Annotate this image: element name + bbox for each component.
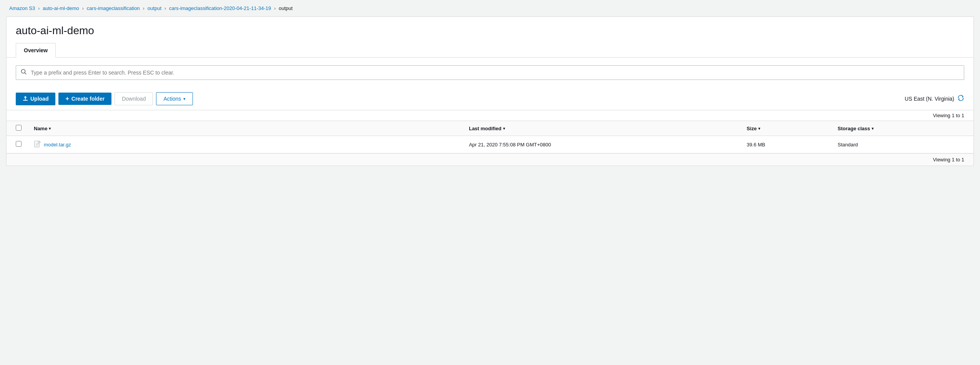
svg-rect-3 xyxy=(35,141,39,147)
create-folder-label: Create folder xyxy=(71,96,105,102)
svg-line-1 xyxy=(25,73,27,75)
breadcrumb-separator-4: › xyxy=(164,6,166,11)
size-column-header[interactable]: Size ▾ xyxy=(741,121,832,136)
last-modified-header-label: Last modified xyxy=(469,126,502,131)
region-info: US East (N. Virginia) xyxy=(905,95,964,103)
main-content: auto-ai-ml-demo Overview xyxy=(6,17,974,166)
viewing-info-bottom: Viewing 1 to 1 xyxy=(7,153,973,166)
plus-icon: + xyxy=(65,96,69,102)
select-all-header xyxy=(7,121,28,136)
actions-label: Actions xyxy=(163,96,181,102)
storage-class-header-label: Storage class xyxy=(838,126,870,131)
breadcrumb-separator-2: › xyxy=(82,6,84,11)
svg-rect-2 xyxy=(23,100,28,101)
search-area xyxy=(7,58,973,88)
last-modified-cell: Apr 21, 2020 7:55:08 PM GMT+0800 xyxy=(463,136,741,153)
search-box xyxy=(16,65,964,80)
storage-class-column-header[interactable]: Storage class ▾ xyxy=(832,121,973,136)
viewing-info-top: Viewing 1 to 1 xyxy=(7,110,973,121)
row-checkbox[interactable] xyxy=(16,141,22,147)
breadcrumb-item-s3[interactable]: Amazon S3 xyxy=(9,5,35,11)
table-row: model.tar.gz Apr 21, 2020 7:55:08 PM GMT… xyxy=(7,136,973,153)
last-modified-sort-arrow: ▾ xyxy=(503,126,505,131)
size-header-label: Size xyxy=(747,126,757,131)
table-container: Viewing 1 to 1 Name ▾ xyxy=(7,110,973,166)
breadcrumb-item-job[interactable]: cars-imageclassification-2020-04-21-11-3… xyxy=(169,5,271,11)
upload-label: Upload xyxy=(30,96,48,102)
download-button[interactable]: Download xyxy=(115,92,153,105)
breadcrumb-current: output xyxy=(279,5,292,11)
page-container: Amazon S3 › auto-ai-ml-demo › cars-image… xyxy=(0,0,980,365)
region-label: US East (N. Virginia) xyxy=(905,96,954,102)
row-checkbox-cell xyxy=(7,136,28,153)
download-label: Download xyxy=(122,96,146,102)
size-sort-arrow: ▾ xyxy=(758,126,760,131)
page-title-area: auto-ai-ml-demo xyxy=(7,17,973,37)
file-icon xyxy=(34,141,42,148)
breadcrumb-item-output[interactable]: output xyxy=(148,5,161,11)
storage-class-sort-arrow: ▾ xyxy=(872,126,874,131)
actions-button[interactable]: Actions ▾ xyxy=(156,92,193,105)
page-title: auto-ai-ml-demo xyxy=(16,25,964,37)
breadcrumb-separator-5: › xyxy=(274,6,276,11)
breadcrumb: Amazon S3 › auto-ai-ml-demo › cars-image… xyxy=(0,0,980,17)
tab-overview[interactable]: Overview xyxy=(16,43,56,58)
name-sort-arrow: ▾ xyxy=(49,126,51,131)
select-all-checkbox[interactable] xyxy=(16,125,22,131)
search-icon xyxy=(21,69,27,76)
last-modified-column-header[interactable]: Last modified ▾ xyxy=(463,121,741,136)
refresh-icon[interactable] xyxy=(957,95,964,103)
breadcrumb-item-cars[interactable]: cars-imageclassification xyxy=(87,5,140,11)
files-table: Name ▾ Last modified ▾ S xyxy=(7,121,973,153)
file-name-cell: model.tar.gz xyxy=(28,136,463,153)
table-header-row: Name ▾ Last modified ▾ S xyxy=(7,121,973,136)
toolbar: Upload + Create folder Download Actions … xyxy=(7,88,973,110)
upload-icon xyxy=(23,96,28,102)
chevron-down-icon: ▾ xyxy=(183,96,186,101)
upload-button[interactable]: Upload xyxy=(16,93,55,105)
name-header-label: Name xyxy=(34,126,47,131)
name-column-header[interactable]: Name ▾ xyxy=(28,121,463,136)
breadcrumb-item-demo[interactable]: auto-ai-ml-demo xyxy=(43,5,79,11)
storage-class-cell: Standard xyxy=(832,136,973,153)
file-name-link[interactable]: model.tar.gz xyxy=(44,142,71,148)
breadcrumb-separator-3: › xyxy=(143,6,145,11)
create-folder-button[interactable]: + Create folder xyxy=(58,93,111,105)
size-cell: 39.6 MB xyxy=(741,136,832,153)
tabs-container: Overview xyxy=(7,43,973,58)
search-input[interactable] xyxy=(31,70,959,76)
breadcrumb-separator-1: › xyxy=(38,6,40,11)
